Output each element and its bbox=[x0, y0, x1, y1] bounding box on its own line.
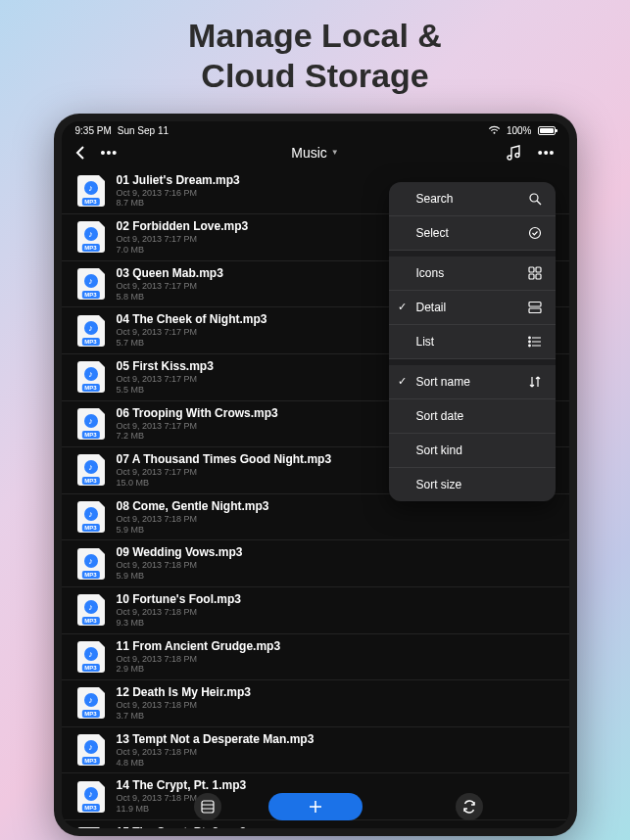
file-info: 08 Come, Gentle Night.mp3 Oct 9, 2013 7:… bbox=[117, 499, 556, 536]
search-icon bbox=[528, 192, 542, 206]
svg-rect-0 bbox=[202, 801, 214, 813]
menu-item-sort-date[interactable]: Sort date bbox=[389, 399, 556, 434]
menu-item-label: Sort size bbox=[416, 478, 528, 491]
menu-item-label: Select bbox=[416, 226, 528, 240]
menu-item-sort-size[interactable]: Sort size bbox=[389, 468, 556, 501]
file-name: 13 Tempt Not a Desperate Man.mp3 bbox=[117, 732, 556, 746]
svg-point-19 bbox=[528, 345, 530, 347]
mp3-file-icon: ♪ MP3 bbox=[75, 687, 107, 719]
svg-point-7 bbox=[529, 227, 540, 238]
marketing-headline: Manage Local & Cloud Storage bbox=[0, 0, 630, 114]
mp3-file-icon: ♪ MP3 bbox=[75, 734, 107, 766]
blank-icon bbox=[528, 443, 542, 457]
file-date: Oct 9, 2013 7:18 PM bbox=[117, 700, 556, 711]
menu-item-search[interactable]: Search bbox=[389, 182, 556, 216]
menu-item-icons[interactable]: Icons bbox=[389, 257, 556, 291]
menu-item-detail[interactable]: ✓ Detail bbox=[389, 291, 556, 325]
sync-button[interactable] bbox=[456, 793, 483, 820]
device-frame: 9:35 PM Sun Sep 11 100% ••• bbox=[54, 114, 577, 836]
svg-point-18 bbox=[528, 341, 530, 343]
file-item[interactable]: ♪ MP3 12 Death Is My Heir.mp3 Oct 9, 201… bbox=[62, 680, 569, 727]
bottom-bar bbox=[62, 793, 569, 820]
file-size: 3.7 MB bbox=[117, 711, 556, 722]
svg-rect-10 bbox=[529, 274, 534, 279]
svg-line-6 bbox=[537, 201, 541, 205]
file-info: 09 Wedding Vows.mp3 Oct 9, 2013 7:18 PM … bbox=[117, 545, 556, 582]
mp3-file-icon: ♪ MP3 bbox=[75, 594, 107, 626]
file-item[interactable]: ♪ MP3 10 Fortune's Fool.mp3 Oct 9, 2013 … bbox=[62, 587, 569, 634]
svg-point-17 bbox=[528, 337, 530, 339]
menu-item-sort-kind[interactable]: Sort kind bbox=[389, 434, 556, 468]
file-size: 5.9 MB bbox=[117, 525, 556, 536]
music-icon-button[interactable] bbox=[507, 145, 522, 161]
menu-item-label: Sort date bbox=[416, 409, 528, 423]
status-date: Sun Sep 11 bbox=[118, 125, 169, 136]
mp3-file-icon: ♪ MP3 bbox=[75, 641, 107, 673]
detail-icon bbox=[528, 301, 542, 314]
file-info: 13 Tempt Not a Desperate Man.mp3 Oct 9, … bbox=[117, 732, 556, 769]
screen: 9:35 PM Sun Sep 11 100% ••• bbox=[62, 121, 569, 828]
menu-item-label: Icons bbox=[416, 266, 528, 280]
file-size: 5.9 MB bbox=[117, 571, 556, 582]
file-item[interactable]: ♪ MP3 15 The Crypt, Pt. 2.mp3 Oct 9, 201… bbox=[62, 820, 569, 828]
menu-item-label: List bbox=[416, 335, 528, 349]
grid-icon bbox=[528, 266, 542, 280]
file-item[interactable]: ♪ MP3 09 Wedding Vows.mp3 Oct 9, 2013 7:… bbox=[62, 540, 569, 587]
mp3-file-icon: ♪ MP3 bbox=[75, 221, 107, 253]
file-name: 12 Death Is My Heir.mp3 bbox=[117, 685, 556, 699]
menu-item-select[interactable]: Select bbox=[389, 216, 556, 251]
mp3-file-icon: ♪ MP3 bbox=[75, 315, 107, 347]
svg-rect-8 bbox=[529, 267, 534, 272]
file-info: 10 Fortune's Fool.mp3 Oct 9, 2013 7:18 P… bbox=[117, 592, 556, 629]
wifi-icon bbox=[488, 125, 501, 137]
more-left-button[interactable]: ••• bbox=[101, 145, 119, 161]
check-icon: ✓ bbox=[398, 375, 407, 388]
list-icon bbox=[528, 335, 542, 349]
svg-rect-13 bbox=[529, 308, 541, 313]
menu-item-list[interactable]: List bbox=[389, 325, 556, 359]
file-info: 12 Death Is My Heir.mp3 Oct 9, 2013 7:18… bbox=[117, 685, 556, 722]
file-name: 09 Wedding Vows.mp3 bbox=[117, 545, 556, 559]
menu-item-sort-name[interactable]: ✓ Sort name bbox=[389, 365, 556, 399]
nav-title-dropdown[interactable]: Music ▼ bbox=[291, 145, 338, 161]
file-info: 11 From Ancient Grudge.mp3 Oct 9, 2013 7… bbox=[117, 639, 556, 676]
file-date: Oct 9, 2013 7:18 PM bbox=[117, 654, 556, 665]
svg-rect-9 bbox=[536, 267, 541, 272]
file-name: 08 Come, Gentle Night.mp3 bbox=[117, 499, 556, 513]
menu-item-label: Detail bbox=[416, 301, 528, 314]
file-date: Oct 9, 2013 7:18 PM bbox=[117, 514, 556, 525]
mp3-file-icon: ♪ MP3 bbox=[75, 268, 107, 300]
mp3-file-icon: ♪ MP3 bbox=[75, 501, 107, 533]
menu-item-label: Sort kind bbox=[416, 443, 528, 457]
status-time: 9:35 PM bbox=[75, 125, 112, 136]
mp3-file-icon: ♪ MP3 bbox=[75, 548, 107, 580]
file-item[interactable]: ♪ MP3 13 Tempt Not a Desperate Man.mp3 O… bbox=[62, 727, 569, 774]
mp3-file-icon: ♪ MP3 bbox=[75, 454, 107, 486]
add-button[interactable] bbox=[268, 793, 363, 820]
file-name: 11 From Ancient Grudge.mp3 bbox=[117, 639, 556, 653]
check-icon: ✓ bbox=[398, 301, 407, 313]
file-item[interactable]: ♪ MP3 08 Come, Gentle Night.mp3 Oct 9, 2… bbox=[62, 494, 569, 541]
battery-pct: 100% bbox=[507, 125, 532, 136]
more-right-button[interactable]: ••• bbox=[538, 145, 556, 161]
file-name: 10 Fortune's Fool.mp3 bbox=[117, 592, 556, 606]
blank-icon bbox=[528, 409, 542, 423]
select-icon bbox=[528, 226, 542, 240]
back-button[interactable] bbox=[75, 145, 85, 161]
file-item[interactable]: ♪ MP3 11 From Ancient Grudge.mp3 Oct 9, … bbox=[62, 634, 569, 681]
mp3-file-icon: ♪ MP3 bbox=[75, 175, 107, 207]
file-date: Oct 9, 2013 7:18 PM bbox=[117, 607, 556, 618]
nav-title: Music bbox=[291, 145, 327, 161]
battery-icon bbox=[538, 126, 556, 135]
context-menu: Search Select Icons ✓ Detail List ✓ Sort… bbox=[389, 182, 556, 501]
view-list-button[interactable] bbox=[194, 793, 221, 820]
file-size: 9.3 MB bbox=[117, 618, 556, 629]
menu-item-label: Sort name bbox=[416, 375, 528, 389]
svg-point-5 bbox=[530, 194, 538, 202]
file-date: Oct 9, 2013 7:18 PM bbox=[117, 747, 556, 758]
file-name: 14 The Crypt, Pt. 1.mp3 bbox=[117, 778, 556, 792]
mp3-file-icon: ♪ MP3 bbox=[75, 408, 107, 440]
status-bar: 9:35 PM Sun Sep 11 100% bbox=[62, 121, 569, 139]
svg-rect-12 bbox=[529, 302, 541, 306]
menu-item-label: Search bbox=[416, 192, 528, 206]
